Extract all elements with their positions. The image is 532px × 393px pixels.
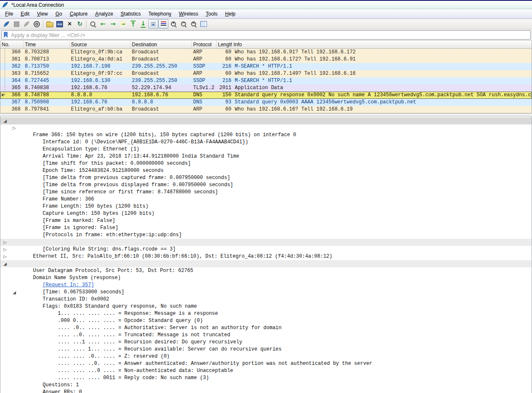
detail-row[interactable]: 1... .... .... .... = Response: Message … xyxy=(0,296,532,303)
resize-columns-button[interactable] xyxy=(199,19,209,29)
detail-row[interactable]: ▷ Interface id: 0 (\Device\NPF_{A8B1E1DA… xyxy=(0,124,532,132)
packet-row[interactable]: 360 8.703288 Elitegro_0f:9b:ca Broadcast… xyxy=(0,49,532,56)
close-icon: × xyxy=(68,21,71,27)
menu-view[interactable]: View xyxy=(33,10,52,18)
detail-row[interactable]: ▷ User Datagram Protocol, Src Port: 53, … xyxy=(0,253,532,260)
detail-row[interactable]: Frame Number: 366 xyxy=(0,182,532,189)
detail-row[interactable]: Additional RRs: 0 xyxy=(0,389,532,393)
column-header-time[interactable]: Time xyxy=(24,41,70,48)
detail-row[interactable]: ◢ Frame 366: 150 bytes on wire (1200 bit… xyxy=(0,117,532,124)
tree-expander-icon[interactable]: ◢ xyxy=(2,117,8,124)
zoom-in-button[interactable]: + xyxy=(168,19,178,29)
tree-expander-icon[interactable]: ▷ xyxy=(11,124,17,132)
capture-options-button[interactable] xyxy=(31,19,42,29)
detail-row[interactable]: Frame Length: 150 bytes (1200 bits) xyxy=(0,189,532,196)
column-header-protocol[interactable]: Protocol xyxy=(192,41,217,48)
restart-capture-button[interactable] xyxy=(21,19,31,29)
zoom-normal-button[interactable]: = xyxy=(189,19,199,29)
menu-edit[interactable]: Edit xyxy=(17,10,33,18)
detail-row[interactable]: .000 0... .... .... = Opcode: Standard q… xyxy=(0,303,532,310)
detail-row[interactable]: [Request In: 357] xyxy=(0,267,532,274)
detail-row[interactable]: Answer RRs: 0 xyxy=(0,375,532,382)
menu-wireless[interactable]: Wireless xyxy=(175,10,202,18)
bookmark-icon[interactable] xyxy=(4,32,8,38)
tree-expander-icon[interactable]: ▷ xyxy=(2,246,8,253)
detail-row[interactable]: [Protocols in frame: eth:ethertype:ip:ud… xyxy=(0,217,532,224)
go-first-packet-button[interactable]: ↑ xyxy=(128,19,138,29)
detail-row[interactable]: Arrival Time: Apr 23, 2018 17:13:44.9121… xyxy=(0,139,532,146)
packet-source: 192.168.7.198 xyxy=(70,63,131,70)
tree-expander-icon[interactable]: ▷ xyxy=(2,239,8,246)
save-file-button[interactable]: 010 xyxy=(55,19,65,29)
column-header-source[interactable]: Source xyxy=(70,41,131,48)
menu-go[interactable]: Go xyxy=(52,10,66,18)
detail-row[interactable]: Transaction ID: 0x0002 xyxy=(0,282,532,289)
column-header-no[interactable]: No. xyxy=(0,41,24,48)
detail-row[interactable]: [Time since reference or first frame: 8.… xyxy=(0,174,532,182)
stop-capture-button[interactable] xyxy=(11,19,21,29)
detail-row[interactable]: .... ...1 .... .... = Recursion desired:… xyxy=(0,324,532,332)
detail-row[interactable]: Epoch Time: 1524483824.912180000 seconds xyxy=(0,153,532,160)
column-header-length[interactable]: Length xyxy=(217,41,232,48)
tree-expander-icon[interactable]: ◢ xyxy=(11,289,17,296)
zoom-out-button[interactable]: − xyxy=(178,19,189,29)
detail-row[interactable]: .... .... ..0. .... = Answer authenticat… xyxy=(0,346,532,353)
start-capture-button[interactable] xyxy=(1,19,11,29)
menu-file[interactable]: File xyxy=(1,10,17,18)
packet-protocol: DNS xyxy=(192,99,217,106)
colorize-toggle[interactable] xyxy=(158,19,168,29)
column-header-info[interactable]: Info xyxy=(232,41,532,48)
menu-statistics[interactable]: Statistics xyxy=(117,10,144,18)
tree-expander-icon[interactable]: ▷ xyxy=(2,253,8,260)
detail-row[interactable]: ▷ Internet Protocol Version 4, Src: 8.8.… xyxy=(0,246,532,253)
detail-row[interactable]: .... .... ...0 .... = Non-authenticated … xyxy=(0,353,532,360)
detail-row[interactable]: ◢ Domain Name System (response) xyxy=(0,260,532,267)
detail-row[interactable]: [Coloring Rule Name: DNS No Records] xyxy=(0,224,532,232)
go-to-packet-button[interactable]: → xyxy=(118,19,128,29)
display-filter-box[interactable] xyxy=(1,30,531,40)
open-file-button[interactable] xyxy=(45,19,55,29)
detail-row[interactable]: [Coloring Rule String: dns.flags.rcode =… xyxy=(0,232,532,239)
menu-telephony[interactable]: Telephony xyxy=(144,10,175,18)
tree-expander-icon[interactable]: ◢ xyxy=(2,260,8,267)
detail-row[interactable]: [Frame is ignored: False] xyxy=(0,210,532,217)
packet-row[interactable]: 362 8.713750 192.168.7.198 239.255.255.2… xyxy=(0,63,532,70)
menu-help[interactable]: Help xyxy=(221,10,239,18)
find-packet-button[interactable] xyxy=(88,19,98,29)
menu-analyze[interactable]: Analyze xyxy=(92,10,117,18)
detail-row[interactable]: ◢ Flags: 0x8183 Standard query response,… xyxy=(0,289,532,296)
titlebar[interactable]: *Local Area Connection xyxy=(0,0,532,9)
display-filter-input[interactable] xyxy=(10,32,528,39)
packet-row[interactable]: 366 8.748788 8.8.8.8 192.168.6.76 DNS 15… xyxy=(0,92,532,99)
detail-row[interactable]: .... .... .... 0011 = Reply code: No suc… xyxy=(0,360,532,367)
detail-row[interactable]: Encapsulation type: Ethernet (1) xyxy=(0,132,532,139)
detail-row[interactable]: [Time delta from previous displayed fram… xyxy=(0,167,532,174)
go-forward-button[interactable]: → xyxy=(108,19,118,29)
detail-row[interactable]: [Time shift for this packet: 0.000000000… xyxy=(0,146,532,153)
packet-row[interactable]: 365 8.740838 192.168.6.76 52.229.174.94 … xyxy=(0,84,532,92)
go-back-button[interactable]: ← xyxy=(98,19,108,29)
detail-row[interactable]: [Time: 0.067533000 seconds] xyxy=(0,274,532,282)
detail-row[interactable]: Questions: 1 xyxy=(0,367,532,375)
detail-row[interactable]: [Time delta from previous captured frame… xyxy=(0,160,532,167)
detail-row[interactable]: Capture Length: 150 bytes (1200 bits) xyxy=(0,196,532,203)
detail-row[interactable]: .... .0.. .... .... = Authoritative: Ser… xyxy=(0,310,532,317)
detail-row[interactable]: .... .... .0.. .... = Z: reserved (0) xyxy=(0,339,532,346)
auto-scroll-toggle[interactable] xyxy=(148,19,158,29)
detail-row[interactable]: .... ..0. .... .... = Truncated: Message… xyxy=(0,317,532,324)
close-file-button[interactable]: × xyxy=(65,19,75,29)
detail-row[interactable]: ▷ Ethernet II, Src: PaloAlto_bf:66:10 (0… xyxy=(0,239,532,246)
reload-button[interactable]: ↻ xyxy=(75,19,85,29)
packet-row[interactable]: 363 8.715652 Elitegro_0f:97:cc Broadcast… xyxy=(0,70,532,77)
packet-row[interactable]: 367 8.750908 192.168.6.76 8.8.8.8 DNS 93… xyxy=(0,99,532,106)
detail-row[interactable]: [Frame is marked: False] xyxy=(0,203,532,210)
packet-row[interactable]: 361 8.708713 Elitegro_4a:0d:a1 Broadcast… xyxy=(0,56,532,63)
packet-row[interactable]: 364 8.727445 192.168.6.130 239.255.255.2… xyxy=(0,77,532,84)
go-last-packet-button[interactable]: ↓ xyxy=(138,19,148,29)
menu-tools[interactable]: Tools xyxy=(202,10,221,18)
detail-row[interactable]: Authority RRs: 1 xyxy=(0,382,532,389)
column-header-destination[interactable]: Destination xyxy=(131,41,192,48)
packet-row[interactable]: 368 8.797841 Elitegro_af:b0:ba Broadcast… xyxy=(0,106,532,113)
detail-row[interactable]: .... .... 1... .... = Recursion availabl… xyxy=(0,332,532,339)
menu-capture[interactable]: Capture xyxy=(66,10,92,18)
